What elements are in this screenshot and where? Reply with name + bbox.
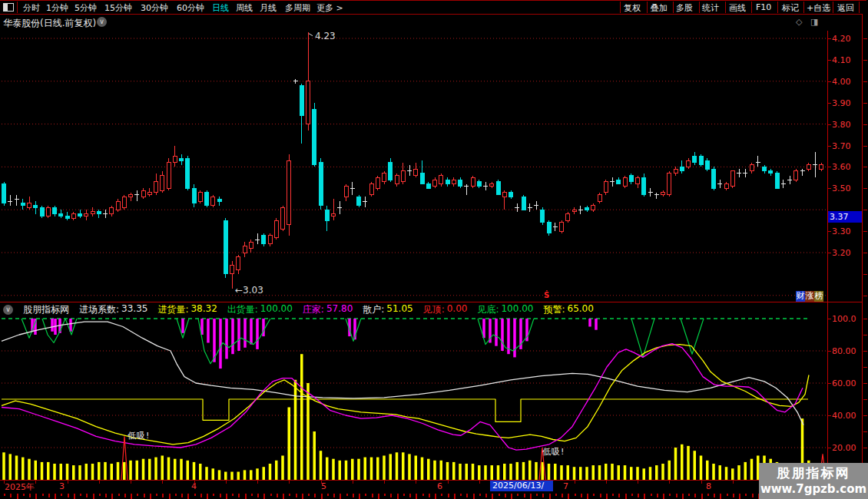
price-axis-label: 3.20 <box>832 248 851 258</box>
field-value: 38.32 <box>190 303 217 316</box>
indicator-field-7: 见底:100.00 <box>477 303 533 316</box>
board-char: 榜 <box>814 291 823 302</box>
indicator-axis-label: 100.0 <box>832 314 856 324</box>
field-label: 出货量: <box>227 303 258 316</box>
indicator-field-2: 进货量:38.32 <box>157 303 217 316</box>
right-scroll-strip[interactable] <box>862 14 868 499</box>
indicator-field-4: 庄家:57.80 <box>303 303 353 316</box>
board-char: 涨 <box>805 291 814 302</box>
dixi-buy-label: 低吸! <box>542 446 565 458</box>
divider <box>833 2 833 13</box>
price-axis: 4.204.104.003.903.803.703.603.503.303.20… <box>827 31 863 491</box>
month-label: 5 <box>321 481 326 491</box>
indicator-axis-label: 60.00 <box>832 378 856 388</box>
field-value: 100.00 <box>501 303 533 316</box>
price-axis-label: 4.00 <box>832 77 851 87</box>
indicator-field-6: 见顶:0.00 <box>423 303 468 316</box>
indicator-chart[interactable] <box>0 0 827 481</box>
sell-signal-marker: Ṡ <box>544 291 549 299</box>
field-label: 庄家: <box>303 303 324 316</box>
year-label: 2025年 <box>5 481 35 493</box>
watermark-url: www.7gpzb.com <box>759 482 868 496</box>
month-label: 6 <box>437 481 442 491</box>
price-axis-label: 4.20 <box>832 34 851 44</box>
field-label: 见顶: <box>423 303 445 316</box>
date-axis: 2025年3456782025/06/13/五 <box>0 480 827 493</box>
price-axis-label: 3.60 <box>832 162 851 172</box>
field-label: 见底: <box>477 303 499 316</box>
indicator-field-3: 出货量:100.00 <box>227 303 293 316</box>
indicator-axis-label: 20.00 <box>832 443 856 453</box>
selected-date-tag: 2025/06/13/五 <box>490 481 553 491</box>
watermark: 股朋指标网 www.7gpzb.com <box>759 463 868 499</box>
month-label: 7 <box>563 481 568 491</box>
price-axis-label: 3.70 <box>832 141 851 151</box>
bottom-mini-panel <box>0 492 827 499</box>
price-axis-label: 3.80 <box>832 120 851 130</box>
month-label: 8 <box>706 481 711 491</box>
price-axis-label: 3.90 <box>832 98 851 108</box>
hot-board-badge[interactable]: 财涨榜 <box>796 291 823 302</box>
field-value: 100.00 <box>260 303 293 316</box>
month-label: 3 <box>59 481 65 491</box>
field-label: 散户: <box>363 303 384 316</box>
board-char: 财 <box>796 291 805 302</box>
field-value: 33.35 <box>121 303 147 316</box>
dixi-buy-label: 低吸! <box>128 430 150 441</box>
field-label: 预警: <box>543 303 565 316</box>
current-price-tag: 3.37 <box>828 211 863 223</box>
indicator-axis-label: 80.00 <box>832 346 856 356</box>
field-value: 65.00 <box>568 303 594 316</box>
indicator-field-5: 散户:51.05 <box>363 303 412 316</box>
indicator-site-label: 股朋指标网 <box>23 303 69 316</box>
watermark-site: 股朋指标网 <box>759 464 868 482</box>
field-label: 进货量: <box>157 303 188 316</box>
chevron-down-icon[interactable]: ∨ <box>3 305 13 315</box>
price-axis-label: 3.30 <box>832 226 851 236</box>
indicator-field-8: 预警:65.00 <box>543 303 593 316</box>
indicator-field-1: 进场系数:33.35 <box>79 303 147 316</box>
tool-button-9[interactable]: 返回 <box>837 2 854 14</box>
divider <box>859 2 860 13</box>
indicator-header: ∨ 股朋指标网 进场系数:33.35进货量:38.32出货量:100.00庄家:… <box>0 302 830 316</box>
field-value: 57.80 <box>326 303 353 316</box>
field-value: 0.00 <box>447 303 468 316</box>
indicator-axis-label: 40.00 <box>832 411 856 421</box>
field-label: 进场系数: <box>79 303 119 316</box>
stock-app-window: 分时1分钟5分钟15分钟30分钟60分钟日线周线月线多周期更多 > 复权叠加多股… <box>0 0 868 499</box>
price-axis-label: 4.10 <box>832 55 851 65</box>
field-value: 51.05 <box>386 303 412 316</box>
price-axis-label: 3.50 <box>832 183 851 193</box>
